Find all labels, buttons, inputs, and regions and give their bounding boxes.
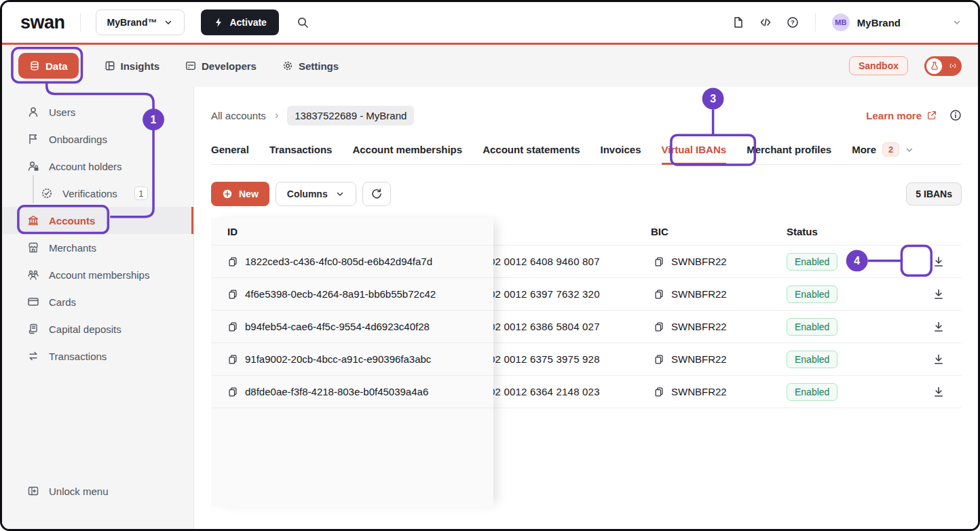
status-badge: Enabled <box>787 286 837 303</box>
tab-account-statements[interactable]: Account statements <box>483 135 580 164</box>
copy-icon[interactable] <box>227 256 238 267</box>
download-icon[interactable] <box>932 321 945 333</box>
info-icon[interactable] <box>949 109 962 121</box>
flag-icon <box>27 133 39 145</box>
lightning-icon <box>213 17 224 28</box>
copy-icon[interactable] <box>227 387 238 397</box>
tab-invoices[interactable]: Invoices <box>601 135 641 164</box>
tab-more[interactable]: More 2 <box>852 135 914 164</box>
sidebar-item-label: Merchants <box>49 242 96 254</box>
divider <box>80 13 81 32</box>
swap-arrows-icon <box>27 350 39 362</box>
copy-icon[interactable] <box>227 321 238 332</box>
nav-item-developers[interactable]: Developers <box>185 60 257 72</box>
sidebar-item-verifications[interactable]: Verifications 1 <box>2 180 193 207</box>
tab-general[interactable]: General <box>211 135 249 164</box>
sidebar-item-merchants[interactable]: Merchants <box>2 234 193 261</box>
card-icon <box>27 296 39 308</box>
table-id-cell[interactable]: 1822ced3-c436-4fc0-805d-e6b42d94fa7d <box>211 245 493 278</box>
id-column-panel: ID 1822ced3-c436-4fc0-805d-e6b42d94fa7d … <box>211 218 493 507</box>
breadcrumb-all-accounts[interactable]: All accounts <box>211 110 266 121</box>
insights-icon <box>105 60 115 71</box>
sidebar-item-cards[interactable]: Cards <box>2 288 193 315</box>
copy-icon[interactable] <box>654 354 664 365</box>
breadcrumb-separator: › <box>275 109 278 121</box>
status-badge: Enabled <box>787 253 837 271</box>
sidebar-item-users[interactable]: Users <box>2 98 193 125</box>
flask-icon <box>926 58 942 74</box>
bic-value: SWNBFR22 <box>671 386 727 397</box>
external-link-icon <box>926 110 937 121</box>
breadcrumb-current: 13837522689 - MyBrand <box>287 106 414 125</box>
sidebar-item-account-memberships[interactable]: Account memberships <box>2 261 193 288</box>
activate-button[interactable]: Activate <box>201 9 278 35</box>
developers-icon <box>185 60 196 71</box>
download-icon[interactable] <box>932 353 945 366</box>
sidebar-item-transactions[interactable]: Transactions <box>2 342 193 370</box>
refresh-button[interactable] <box>362 182 391 206</box>
id-column-cells: 1822ced3-c436-4fc0-805d-e6b42d94fa7d 4f6… <box>211 245 493 408</box>
avatar[interactable]: MB <box>832 14 850 31</box>
id-value: 91fa9002-20cb-4bcc-a91c-e90396fa3abc <box>245 353 431 365</box>
refresh-icon <box>371 188 383 200</box>
tab-label: General <box>211 144 249 155</box>
download-icon[interactable] <box>932 386 945 398</box>
learn-more-label: Learn more <box>866 110 922 121</box>
nav-item-insights[interactable]: Insights <box>105 60 160 72</box>
copy-icon[interactable] <box>227 289 238 300</box>
table-id-cell[interactable]: 91fa9002-20cb-4bcc-a91c-e90396fa3abc <box>211 343 493 376</box>
iban-count-badge: 5 IBANs <box>906 182 962 205</box>
sidebar-item-capital-deposits[interactable]: Capital deposits <box>2 315 193 342</box>
download-icon[interactable] <box>932 288 945 300</box>
tab-account-memberships[interactable]: Account memberships <box>352 135 462 164</box>
verified-seal-icon <box>41 187 53 199</box>
nav-item-data[interactable]: Data <box>18 53 79 79</box>
tab-label: Account memberships <box>352 144 462 155</box>
chevron-down-icon[interactable] <box>952 18 962 27</box>
swan-logo: swan <box>20 12 65 33</box>
project-selector[interactable]: MyBrand™ <box>96 9 185 35</box>
sidebar-item-onboardings[interactable]: Onboardings <box>2 125 193 153</box>
help-icon[interactable] <box>787 16 799 28</box>
new-button-label: New <box>239 189 259 199</box>
column-header-bic: BIC <box>651 226 787 237</box>
nav-item-label: Insights <box>121 60 160 72</box>
table-toolbar: New Columns 5 IBANs <box>211 182 962 206</box>
copy-icon[interactable] <box>654 387 664 397</box>
nav-item-label: Settings <box>299 60 339 72</box>
new-iban-button[interactable]: New <box>211 182 269 206</box>
id-value: 4f6e5398-0ecb-4264-8a91-bb6b55b72c42 <box>245 288 436 300</box>
sidebar-item-account-holders[interactable]: Account holders <box>2 153 193 180</box>
columns-dropdown[interactable]: Columns <box>276 182 356 206</box>
tab-virtual-ibans[interactable]: Virtual IBANs <box>662 135 727 164</box>
sidebar-item-label: Account holders <box>49 161 122 172</box>
sidebar-item-accounts[interactable]: Accounts <box>2 207 193 234</box>
copy-icon[interactable] <box>654 256 664 267</box>
download-icon[interactable] <box>932 256 945 268</box>
nav-item-settings[interactable]: Settings <box>282 60 339 72</box>
unlock-menu-button[interactable]: Unlock menu <box>2 477 193 505</box>
tab-merchant-profiles[interactable]: Merchant profiles <box>747 135 831 164</box>
tab-label: Invoices <box>601 144 641 155</box>
learn-more-link[interactable]: Learn more <box>866 110 937 121</box>
table-id-cell[interactable]: b94feb54-cae6-4f5c-9554-4d6923c40f28 <box>211 311 493 343</box>
docs-icon[interactable] <box>732 16 745 28</box>
api-code-icon[interactable] <box>759 16 772 28</box>
user-icon <box>27 106 39 118</box>
copy-icon[interactable] <box>227 354 238 365</box>
search-icon[interactable] <box>297 16 309 28</box>
iban-value: 02 0012 6386 5804 027 <box>489 321 600 332</box>
sidebar: Users Onboardings Account holders Verifi… <box>2 87 194 529</box>
table-id-cell[interactable]: 4f6e5398-0ecb-4264-8a91-bb6b55b72c42 <box>211 278 493 311</box>
environment-toggle[interactable] <box>924 56 962 76</box>
tab-transactions[interactable]: Transactions <box>269 135 333 164</box>
iban-value: 02 0012 6397 7632 320 <box>489 288 600 300</box>
main-nav: Data Insights Developers Settings Sandbo… <box>2 45 978 87</box>
bic-value: SWNBFR22 <box>671 288 727 300</box>
table-id-cell[interactable]: d8fde0ae-f3f8-4218-803e-b0f45039a4a6 <box>211 376 493 408</box>
status-badge: Enabled <box>787 318 837 336</box>
copy-icon[interactable] <box>654 321 664 332</box>
chevron-down-icon <box>335 189 345 199</box>
id-value: b94feb54-cae6-4f5c-9554-4d6923c40f28 <box>245 321 430 332</box>
copy-icon[interactable] <box>654 289 664 300</box>
